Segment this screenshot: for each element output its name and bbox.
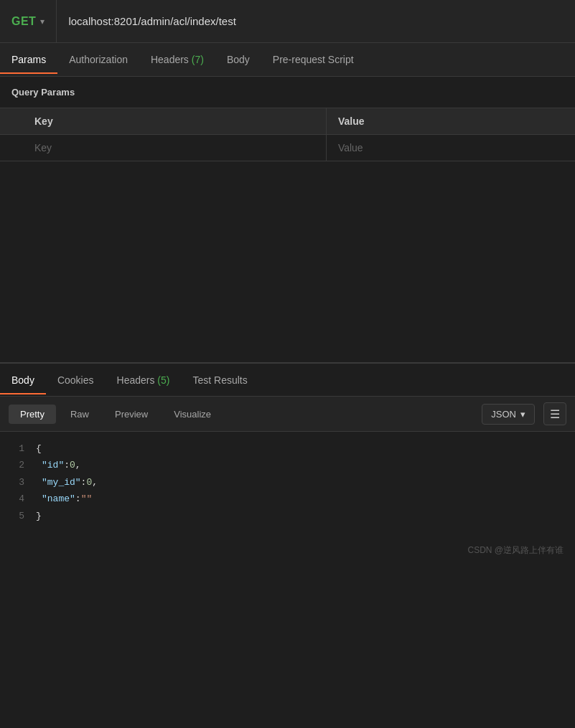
checkbox-header [0,108,23,135]
tab-body[interactable]: Body [215,45,261,74]
tab-cookies[interactable]: Cookies [46,366,106,394]
line-number: 3 [0,474,36,491]
method-selector[interactable]: GET ▾ [0,0,57,42]
pretty-button[interactable]: Pretty [9,405,56,424]
request-tabs-section: Params Authorization Headers (7) Body Pr… [0,43,575,77]
watermark: CSDN @逆风路上伴有谁 [0,533,575,568]
line-number: 1 [0,440,36,457]
row-checkbox-cell [0,135,23,161]
line-content: { [36,440,575,457]
tab-authorization[interactable]: Authorization [57,45,139,74]
request-tabs-row: Params Authorization Headers (7) Body Pr… [0,43,575,76]
query-params-title: Query Params [0,77,575,108]
preview-button[interactable]: Preview [103,405,159,424]
line-number: 4 [0,491,36,507]
tab-test-results[interactable]: Test Results [181,366,258,394]
format-toolbar: Pretty Raw Preview Visualize JSON ▾ ☰ [0,397,575,432]
empty-space [0,161,575,362]
code-line-2: 2 "id":0, [0,457,575,473]
key-input-cell[interactable]: Key [23,135,326,161]
json-format-selector[interactable]: JSON ▾ [482,404,535,425]
response-section: Body Cookies Headers (5) Test Results Pr… [0,362,575,568]
code-area: 1 { 2 "id":0, 3 "my_id":0, 4 "name":"" 5… [0,432,575,533]
tab-pre-request-script[interactable]: Pre-request Script [261,45,365,74]
code-line-4: 4 "name":"" [0,491,575,507]
chevron-down-icon: ▾ [520,409,525,420]
method-label: GET [11,15,36,28]
code-line-5: 5 } [0,508,575,524]
code-line-1: 1 { [0,440,575,457]
tab-headers[interactable]: Headers (7) [139,45,215,74]
value-input-cell[interactable]: Value [326,135,575,161]
line-content: "id":0, [36,457,575,473]
tab-params[interactable]: Params [0,45,57,74]
url-input[interactable] [57,15,575,27]
params-table: Key Value Key Value [0,108,575,161]
response-tabs-row: Body Cookies Headers (5) Test Results [0,364,575,397]
raw-button[interactable]: Raw [59,405,100,424]
wrap-button[interactable]: ☰ [543,402,566,425]
line-number: 2 [0,457,36,473]
key-header: Key [23,108,326,135]
wrap-icon: ☰ [550,407,560,421]
table-row: Key Value [0,135,575,161]
line-number: 5 [0,508,36,524]
line-content: "name":"" [36,491,575,507]
value-header: Value [326,108,575,135]
tab-response-headers[interactable]: Headers (5) [106,366,182,394]
code-line-3: 3 "my_id":0, [0,474,575,491]
line-content: "my_id":0, [36,474,575,491]
chevron-down-icon: ▾ [40,16,45,27]
url-bar: GET ▾ [0,0,575,43]
visualize-button[interactable]: Visualize [162,405,223,424]
tab-response-body[interactable]: Body [0,366,46,394]
line-content: } [36,508,575,524]
